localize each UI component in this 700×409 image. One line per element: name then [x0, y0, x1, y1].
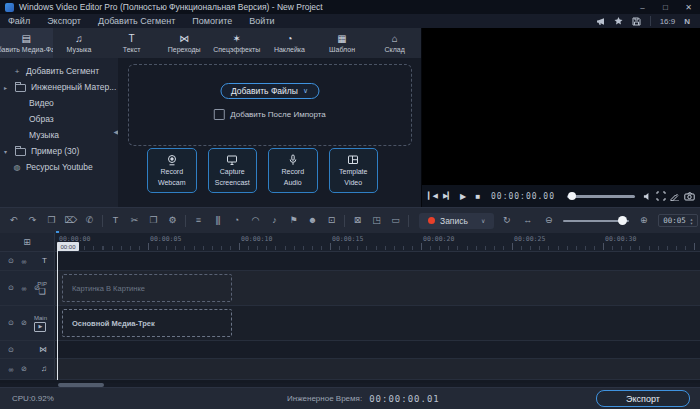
mixer-icon[interactable]: ≡ [192, 216, 205, 225]
track-lane-transition[interactable] [55, 341, 700, 358]
playhead[interactable] [57, 243, 58, 380]
ratio-tool-icon[interactable]: ▭ [389, 216, 402, 225]
save-icon[interactable] [632, 17, 641, 26]
export-button[interactable]: Экспорт [596, 390, 690, 407]
add-files-button[interactable]: Добавить Файлы ∨ [220, 83, 319, 99]
tab-template[interactable]: ▦ Шаблон [316, 28, 369, 58]
main-placeholder[interactable]: Основной Медиа-Трек [62, 309, 232, 337]
track-lane-pip[interactable]: Картинка В Картинке [55, 271, 700, 305]
add-track-icon[interactable]: ⊞ [23, 237, 31, 247]
volume-icon[interactable] [643, 192, 652, 201]
tab-music[interactable]: ♫ Музыка [53, 28, 106, 58]
aspect-ratio-selector[interactable]: 16:9 [660, 17, 676, 26]
split-icon[interactable]: ✂ [128, 216, 141, 225]
stop-button[interactable]: ■ [472, 192, 483, 201]
track-lane-text[interactable] [55, 252, 700, 270]
language-badge[interactable]: N [684, 17, 690, 26]
voiceover-icon[interactable]: ✆ [83, 216, 96, 225]
record-audio-button[interactable]: Record Audio [268, 148, 318, 193]
mute-icon[interactable]: ⊘ [20, 319, 28, 327]
add-after-import-checkbox[interactable] [213, 109, 224, 120]
clip-audio-icon[interactable]: ♪ [268, 216, 281, 225]
avatar-icon[interactable]: ☻ [306, 216, 319, 225]
previous-frame-button[interactable]: ▎◀ [427, 192, 438, 200]
mute-icon[interactable]: ⊘ [20, 365, 28, 373]
next-frame-button[interactable]: ▶▎ [442, 192, 453, 200]
chevron-down-icon: ∨ [303, 87, 308, 95]
timeline-ruler[interactable]: 00:00:00 00:00:05 00:00:10 00:00:15 00:0… [0, 233, 700, 252]
menu-login[interactable]: Войти [249, 16, 274, 26]
copy-icon[interactable]: ❐ [147, 216, 160, 225]
eye-icon[interactable]: ⊙ [7, 346, 15, 354]
redo-icon[interactable]: ↷ [26, 216, 39, 225]
menu-export[interactable]: Экспорт [47, 16, 81, 26]
maximize-button[interactable]: □ [654, 0, 677, 14]
tab-text[interactable]: T Текст [105, 28, 158, 58]
pip-placeholder[interactable]: Картинка В Картинке [62, 274, 232, 302]
webcam-icon [166, 154, 178, 166]
snapshot-camera-icon[interactable] [684, 192, 695, 201]
record-dropdown-button[interactable]: Запись ∨ [419, 213, 494, 229]
link-icon[interactable]: ∞ [7, 366, 15, 373]
tab-add-media[interactable]: ▤ бавить Медиа-Фа [0, 28, 53, 58]
edit-in-preview-icon[interactable] [670, 191, 680, 201]
delete-icon[interactable]: ⌦ [64, 216, 77, 225]
file-drop-zone[interactable] [128, 64, 412, 146]
link-icon[interactable]: ∞ [20, 258, 28, 265]
text-tool-icon[interactable]: T [109, 216, 122, 225]
seek-slider[interactable] [567, 195, 635, 198]
announcement-icon[interactable] [596, 17, 605, 26]
track-lane-main[interactable]: Основной Медиа-Трек [55, 306, 700, 340]
menu-file[interactable]: Файл [8, 16, 30, 26]
menu-add-segment[interactable]: Добавить Сегмент [98, 16, 175, 26]
timeline-zoom-thumb[interactable] [618, 216, 627, 225]
menu-help[interactable]: Помогите [192, 16, 232, 26]
sidebar-folder-engineering[interactable]: ▸ Инженерный Матер... [0, 79, 118, 95]
duration-icon[interactable]: ◔ [230, 216, 243, 225]
tab-transitions[interactable]: ⋈ Переходы [158, 28, 211, 58]
gift-icon[interactable] [614, 17, 623, 26]
fullscreen-icon[interactable] [656, 191, 666, 201]
zoom-in-icon[interactable]: ⊕ [637, 216, 650, 225]
tab-effects[interactable]: ✶ Спецэффекты [211, 28, 264, 58]
tab-sticker[interactable]: ◔ Наклейка [263, 28, 316, 58]
audio-levels-icon[interactable]: ||| [211, 216, 224, 225]
play-button[interactable]: ▶ [457, 192, 468, 201]
sidebar-item-add-segment[interactable]: + Добавить Сегмент [0, 63, 118, 79]
sidebar-item-image[interactable]: Образ [0, 111, 118, 127]
paste-icon[interactable]: ❐ [45, 216, 58, 225]
status-bar: CPU:0.92% Инженерное Время: 00:00:00.01 … [0, 387, 700, 409]
seek-slider-thumb[interactable] [568, 192, 576, 200]
sidebar-folder-sample[interactable]: ▾ Пример (30) [0, 143, 118, 159]
template-video-button[interactable]: Template Video [329, 148, 379, 193]
track-lane-audio[interactable] [55, 359, 700, 379]
marker-icon[interactable]: ⚑ [287, 216, 300, 225]
eye-icon[interactable]: ⊙ [7, 257, 15, 265]
zoom-out-icon[interactable]: ⊖ [542, 216, 555, 225]
chevron-down-icon: ∨ [481, 217, 485, 224]
capture-screencast-button[interactable]: Capture Screencast [208, 148, 258, 193]
crop-icon[interactable]: ⊠ [351, 216, 364, 225]
pip-icon[interactable]: ◳ [370, 216, 383, 225]
eye-icon[interactable]: ⊙ [7, 319, 15, 327]
record-webcam-button[interactable]: Record Webcam [147, 148, 197, 193]
playhead-tooltip[interactable]: 00:00 [57, 242, 79, 251]
tab-storage[interactable]: ⌂ Склад [368, 28, 421, 58]
spin-down-icon[interactable]: ▾ [690, 221, 693, 225]
settings-icon[interactable]: ⚙ [166, 216, 179, 225]
sidebar-item-music[interactable]: Музыка [0, 127, 118, 143]
speed-icon[interactable]: ◠ [249, 216, 262, 225]
timeline-zoom-slider[interactable] [563, 220, 629, 222]
undo-icon[interactable]: ↶ [7, 216, 20, 225]
eye-icon[interactable]: ⊙ [7, 284, 15, 292]
close-button[interactable]: ✕ [677, 0, 700, 14]
default-duration-spinbox[interactable]: 00:05 ▴ ▾ [658, 214, 698, 227]
spin-arrows[interactable]: ▴ ▾ [690, 217, 693, 225]
sync-icon[interactable]: ↻ [500, 216, 513, 225]
minimize-button[interactable]: – [631, 0, 654, 14]
link-icon[interactable]: ∞ [20, 285, 28, 292]
fit-timeline-icon[interactable]: ↔ [521, 216, 534, 225]
sidebar-item-youtube-resources[interactable]: ◍ Ресурсы Youtube [0, 159, 118, 175]
freeze-frame-icon[interactable]: ⊡ [325, 216, 338, 225]
sidebar-item-video[interactable]: Видео [0, 95, 118, 111]
